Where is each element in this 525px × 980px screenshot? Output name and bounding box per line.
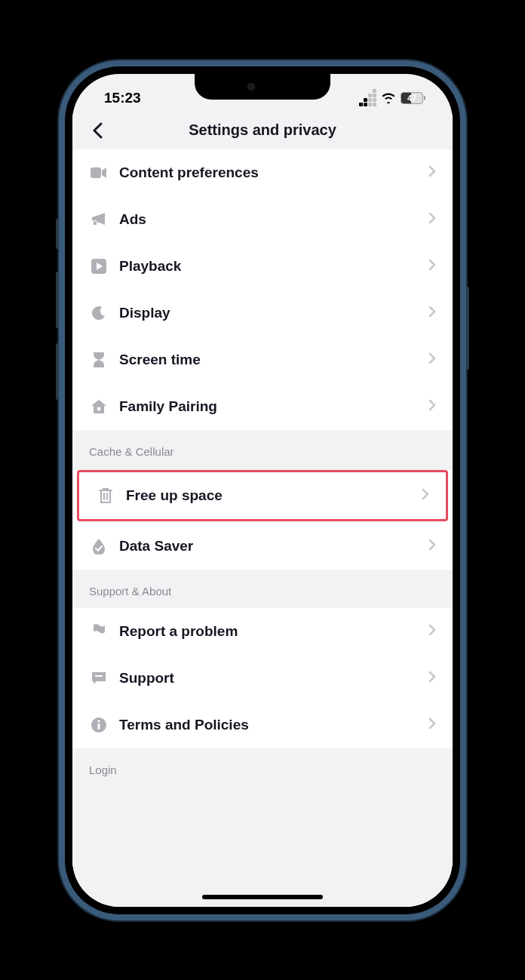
chevron-right-icon: [428, 539, 436, 554]
row-terms-policies[interactable]: Terms and Policies: [72, 702, 453, 748]
row-label: Playback: [119, 258, 428, 275]
nav-header: Settings and privacy: [72, 112, 453, 149]
volume-down: [56, 343, 59, 400]
row-label: Terms and Policies: [119, 717, 428, 733]
home-indicator[interactable]: [202, 895, 323, 899]
status-time: 15:23: [95, 90, 141, 106]
row-screen-time[interactable]: Screen time: [72, 336, 453, 383]
play-icon: [89, 257, 109, 276]
chat-icon: [89, 668, 109, 688]
row-label: Ads: [119, 211, 428, 228]
section-header-cache: Cache & Cellular: [72, 430, 453, 468]
svg-point-5: [98, 720, 100, 722]
row-family-pairing[interactable]: Family Pairing: [72, 383, 453, 430]
cellular-signal-icon: [359, 89, 376, 106]
row-playback[interactable]: Playback: [72, 243, 453, 290]
screen: 15:23 47: [72, 74, 453, 907]
info-icon: [89, 715, 109, 735]
volume-up: [56, 272, 59, 328]
hourglass-icon: [89, 350, 109, 370]
row-label: Screen time: [119, 352, 428, 368]
mute-switch: [56, 219, 59, 249]
video-icon: [89, 163, 109, 183]
phone-frame: 15:23 47: [59, 60, 466, 920]
chevron-right-icon: [428, 165, 436, 180]
battery-level: 47: [401, 92, 423, 104]
settings-content[interactable]: Content preferences Ads: [72, 149, 453, 907]
back-button[interactable]: [86, 119, 109, 142]
chevron-right-icon: [428, 717, 436, 733]
row-data-saver[interactable]: Data Saver: [72, 523, 453, 570]
row-label: Free up space: [126, 487, 422, 504]
section-header-support: Support & About: [72, 570, 453, 608]
row-label: Support: [119, 670, 428, 687]
row-label: Report a problem: [119, 623, 428, 640]
droplet-icon: [89, 536, 109, 556]
row-display[interactable]: Display: [72, 290, 453, 336]
svg-rect-0: [91, 167, 101, 178]
svg-point-2: [97, 407, 101, 410]
trash-icon: [96, 486, 115, 505]
chevron-right-icon: [428, 624, 436, 639]
moon-icon: [89, 303, 109, 323]
chevron-right-icon: [428, 399, 436, 414]
megaphone-icon: [89, 210, 109, 229]
wifi-icon: [381, 92, 396, 103]
home-icon: [89, 397, 109, 416]
row-label: Content preferences: [119, 164, 428, 181]
row-label: Family Pairing: [119, 398, 428, 415]
svg-rect-6: [98, 723, 100, 730]
chevron-right-icon: [428, 259, 436, 274]
row-free-up-space[interactable]: Free up space: [77, 470, 448, 521]
row-label: Data Saver: [119, 538, 428, 555]
chevron-right-icon: [422, 488, 429, 503]
power-button: [466, 287, 469, 370]
page-title: Settings and privacy: [189, 121, 336, 139]
chevron-right-icon: [428, 306, 436, 321]
section-header-login: Login: [72, 748, 453, 787]
row-support[interactable]: Support: [72, 655, 453, 702]
flag-icon: [89, 622, 109, 641]
svg-rect-3: [95, 675, 103, 677]
battery-icon: 47: [401, 92, 425, 104]
row-label: Display: [119, 305, 428, 321]
row-ads[interactable]: Ads: [72, 196, 453, 243]
front-camera: [247, 83, 255, 91]
chevron-right-icon: [428, 352, 436, 367]
row-content-preferences[interactable]: Content preferences: [72, 149, 453, 196]
notch: [195, 74, 330, 100]
chevron-right-icon: [428, 212, 436, 227]
row-report-problem[interactable]: Report a problem: [72, 608, 453, 655]
chevron-right-icon: [428, 671, 436, 686]
